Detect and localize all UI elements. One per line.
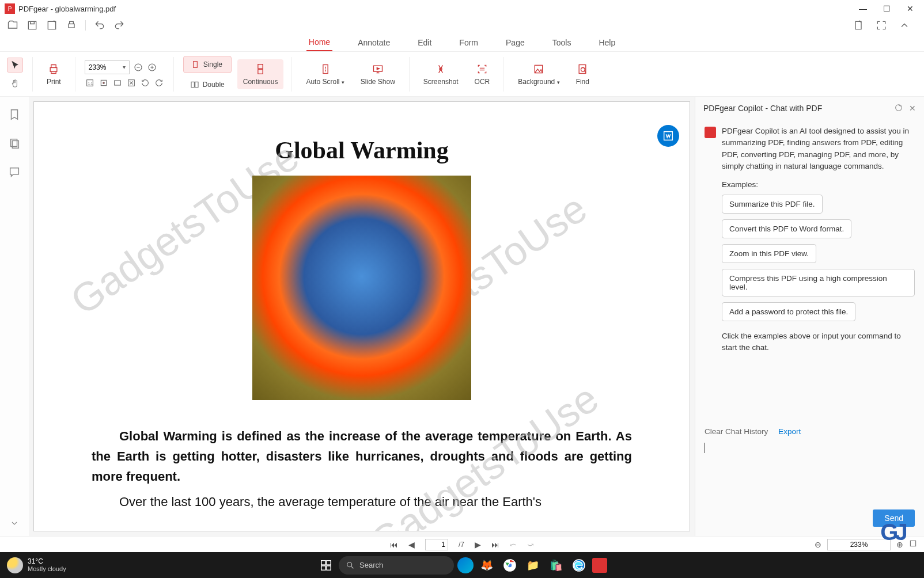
- zoom-in-icon[interactable]: [147, 62, 157, 73]
- background-button[interactable]: Background ▾: [512, 59, 565, 89]
- fit-visible-icon[interactable]: [126, 78, 137, 88]
- copilot-title: PDFgear Copilot - Chat with PDF: [703, 104, 822, 113]
- save-icon[interactable]: [26, 20, 38, 31]
- screenshot-icon: [434, 63, 447, 75]
- double-page-button[interactable]: Double: [183, 77, 232, 93]
- hand-tool[interactable]: [7, 76, 23, 91]
- taskbar-files-icon[interactable]: 📁: [523, 556, 543, 575]
- weather-widget[interactable]: 31°C Mostly cloudy: [7, 557, 66, 573]
- ocr-button[interactable]: OCR: [469, 59, 496, 89]
- svg-rect-14: [191, 82, 194, 87]
- svg-rect-29: [321, 560, 325, 564]
- svg-rect-15: [195, 82, 198, 87]
- zoom-out-icon[interactable]: [133, 62, 143, 73]
- page-number-input[interactable]: [425, 539, 448, 550]
- bookmark-icon[interactable]: [8, 108, 21, 121]
- select-tool[interactable]: [7, 58, 23, 73]
- auto-scroll-button[interactable]: Auto Scroll ▾: [300, 59, 350, 89]
- svg-rect-11: [114, 81, 120, 85]
- copilot-header: PDFgear Copilot - Chat with PDF ✕: [695, 97, 924, 120]
- copilot-input[interactable]: [705, 440, 915, 509]
- copilot-refresh-icon[interactable]: [894, 103, 903, 114]
- rotate-right-icon[interactable]: [154, 78, 164, 88]
- actual-size-icon[interactable]: 1:1: [85, 78, 95, 88]
- document-viewer[interactable]: GadgetsToUse GadgetsToUse GadgetsToUse G…: [29, 97, 695, 536]
- collapse-ribbon-icon[interactable]: [899, 20, 910, 31]
- collapse-sidebar-icon[interactable]: [10, 519, 19, 530]
- redo-icon[interactable]: [113, 20, 125, 31]
- slide-show-button[interactable]: Slide Show: [355, 59, 401, 89]
- taskbar-search[interactable]: Search: [339, 556, 454, 575]
- first-page-button[interactable]: ⏮: [390, 540, 398, 549]
- rotate-left-icon[interactable]: [140, 78, 150, 88]
- clear-chat-link[interactable]: Clear Chat History: [705, 427, 768, 436]
- tab-edit[interactable]: Edit: [415, 35, 434, 51]
- zoom-in-bottom-icon[interactable]: ⊕: [896, 540, 903, 549]
- maximize-button[interactable]: ☐: [883, 4, 891, 13]
- prev-page-button[interactable]: ◀: [408, 540, 415, 549]
- minimize-button[interactable]: —: [859, 4, 867, 13]
- comments-icon[interactable]: [8, 166, 21, 178]
- fit-page-icon[interactable]: [99, 78, 109, 88]
- separator: [291, 57, 292, 92]
- separator: [32, 57, 33, 92]
- taskbar-pdfgear-icon[interactable]: [592, 558, 607, 573]
- example-compress[interactable]: Compress this PDF using a high compressi…: [722, 269, 915, 296]
- svg-rect-1: [48, 21, 55, 29]
- export-chat-link[interactable]: Export: [778, 427, 801, 436]
- example-zoom[interactable]: Zoom in this PDF view.: [722, 244, 816, 263]
- continuous-button[interactable]: Continuous: [237, 59, 284, 89]
- svg-point-10: [103, 82, 104, 83]
- svg-point-23: [581, 67, 585, 71]
- taskbar-edge-icon[interactable]: [569, 556, 589, 575]
- svg-rect-28: [910, 541, 915, 546]
- save-as-icon[interactable]: [46, 20, 58, 31]
- zoom-out-bottom-icon[interactable]: ⊖: [815, 540, 821, 549]
- tab-page[interactable]: Page: [503, 35, 527, 51]
- find-button[interactable]: Find: [570, 59, 595, 89]
- copilot-panel: PDFgear Copilot - Chat with PDF ✕ PDFgea…: [695, 97, 924, 536]
- single-page-button[interactable]: Single: [183, 56, 232, 73]
- print-quick-icon[interactable]: [66, 20, 77, 31]
- copilot-close-icon[interactable]: ✕: [909, 104, 916, 113]
- taskbar-store-icon[interactable]: 🛍️: [546, 556, 566, 575]
- print-button[interactable]: Print: [41, 59, 67, 89]
- start-button[interactable]: [317, 556, 335, 575]
- page-total-label: /7: [459, 541, 464, 549]
- zoom-input[interactable]: 233%▾: [85, 60, 130, 74]
- prev-view-button[interactable]: ⤺: [510, 540, 517, 549]
- separator: [173, 57, 174, 92]
- window-title: PDFgear - globalwarming.pdf: [18, 5, 116, 13]
- tab-form[interactable]: Form: [457, 35, 480, 51]
- zoom-display[interactable]: 233%: [827, 539, 891, 550]
- example-password[interactable]: Add a password to protect this file.: [722, 302, 855, 321]
- undo-icon[interactable]: [94, 20, 105, 31]
- tab-home[interactable]: Home: [306, 34, 332, 51]
- screenshot-button[interactable]: Screenshot: [418, 59, 464, 89]
- separator: [409, 57, 410, 92]
- taskbar-firefox-icon[interactable]: 🦊: [477, 556, 497, 575]
- next-view-button[interactable]: ⤻: [527, 540, 534, 549]
- example-summarize[interactable]: Summarize this PDF file.: [722, 195, 823, 214]
- tab-tools[interactable]: Tools: [550, 35, 574, 51]
- tab-annotate[interactable]: Annotate: [355, 35, 392, 51]
- close-button[interactable]: ✕: [907, 4, 914, 13]
- thumbnails-icon[interactable]: [8, 137, 21, 150]
- background-icon: [532, 63, 545, 75]
- document-paragraph-2: Over the last 100 years, the average tem…: [92, 492, 632, 512]
- convert-to-word-button[interactable]: [657, 125, 679, 147]
- last-page-button[interactable]: ⏭: [491, 540, 499, 549]
- taskbar-copilot-icon[interactable]: [457, 557, 474, 573]
- fit-mode-icon[interactable]: [909, 539, 917, 549]
- send-button[interactable]: Send: [873, 509, 915, 527]
- share-icon[interactable]: [853, 20, 864, 31]
- next-page-button[interactable]: ▶: [475, 540, 481, 549]
- taskbar-chrome-icon[interactable]: [500, 556, 520, 575]
- tab-help[interactable]: Help: [596, 35, 618, 51]
- example-convert[interactable]: Convert this PDF to Word format.: [722, 219, 851, 238]
- fullscreen-icon[interactable]: [876, 20, 887, 31]
- weather-temp: 31°C: [28, 558, 66, 565]
- open-icon[interactable]: [7, 20, 18, 31]
- fit-width-icon[interactable]: [112, 78, 123, 88]
- svg-rect-13: [193, 61, 197, 67]
